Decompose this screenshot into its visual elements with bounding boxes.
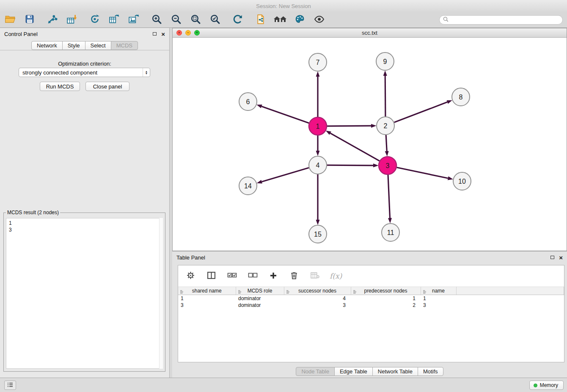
table-tab-motifs[interactable]: Motifs xyxy=(418,367,443,376)
close-panel-icon[interactable] xyxy=(161,31,165,37)
cell-filler xyxy=(456,295,564,302)
delete-column-button[interactable] xyxy=(288,270,300,282)
zoom-out-button[interactable] xyxy=(170,14,182,26)
open-session-button[interactable] xyxy=(4,14,16,26)
close-table-panel-icon[interactable] xyxy=(559,254,563,261)
edge-2-8[interactable] xyxy=(394,102,448,122)
column-type-icon xyxy=(423,289,427,295)
node-table: shared nameMCDS rolesuccessor nodesprede… xyxy=(178,287,564,309)
edge-4-3[interactable] xyxy=(327,165,373,166)
zoom-fit-button[interactable] xyxy=(190,14,201,26)
column-header-mcds-role[interactable]: MCDS role xyxy=(236,287,284,295)
node-label-11: 11 xyxy=(387,229,394,236)
houses-icon xyxy=(273,14,287,25)
tab-mcds[interactable]: MCDS xyxy=(111,41,138,50)
tab-select[interactable]: Select xyxy=(85,41,111,50)
control-panel-header: Control Panel xyxy=(0,28,169,40)
edge-2-9[interactable] xyxy=(385,76,385,116)
table-tabs: Node TableEdge TableNetwork TableMotifs xyxy=(172,367,567,376)
export-network-button[interactable] xyxy=(89,14,101,26)
export-table-button[interactable] xyxy=(108,14,120,26)
window-minimize-icon[interactable] xyxy=(185,30,191,36)
node-label-2: 2 xyxy=(384,122,388,130)
float-table-panel-icon[interactable] xyxy=(550,256,554,259)
mcds-result-title: MCDS result (2 nodes) xyxy=(6,210,60,215)
show-columns-button[interactable] xyxy=(205,270,217,282)
table-row[interactable]: 1dominator411 xyxy=(178,295,564,302)
cell[interactable]: dominator xyxy=(236,302,284,309)
refresh-view-button[interactable] xyxy=(232,14,244,26)
cell[interactable]: 4 xyxy=(284,295,351,302)
cell[interactable]: dominator xyxy=(236,295,284,302)
network-window-titlebar[interactable]: scc.txt xyxy=(173,28,567,38)
column-header-predecessor-nodes[interactable]: predecessor nodes xyxy=(351,287,421,295)
cell[interactable]: 3 xyxy=(178,302,236,309)
node-label-6: 6 xyxy=(246,98,250,105)
create-column-button[interactable] xyxy=(267,270,279,282)
table-tab-edge-table[interactable]: Edge Table xyxy=(334,367,373,376)
edge-3-11[interactable] xyxy=(388,175,390,218)
edge-3-1[interactable] xyxy=(330,133,380,161)
select-all-columns-button[interactable] xyxy=(226,270,238,282)
cell[interactable]: 1 xyxy=(421,295,456,302)
table-panel-header: Table Panel xyxy=(172,251,567,263)
column-header-name[interactable]: name xyxy=(421,287,456,295)
session-group xyxy=(4,14,36,26)
table-settings-button[interactable] xyxy=(184,270,196,282)
search-input[interactable] xyxy=(451,17,559,23)
edge-1-6[interactable] xyxy=(261,106,309,123)
cell[interactable]: 1 xyxy=(351,295,421,302)
export-image-button[interactable] xyxy=(128,14,140,26)
style-palette-button[interactable] xyxy=(294,14,306,26)
import-table-button[interactable] xyxy=(66,14,78,26)
show-graphics-details-button[interactable] xyxy=(313,14,325,26)
result-scrollbar[interactable] xyxy=(159,218,163,369)
column-header-shared-name[interactable]: shared name xyxy=(178,287,236,295)
run-mcds-button[interactable]: Run MCDS xyxy=(40,82,80,91)
panel-list-button[interactable] xyxy=(4,381,16,390)
status-bar: Memory xyxy=(0,378,567,392)
node-table-container: f(x) shared nameMCDS rolesuccessor nodes… xyxy=(178,265,564,362)
deselect-all-columns-button[interactable] xyxy=(247,270,259,282)
gear-icon xyxy=(187,271,195,281)
table-tab-network-table[interactable]: Network Table xyxy=(372,367,418,376)
zoom-selected-button[interactable] xyxy=(209,14,221,26)
tab-network[interactable]: Network xyxy=(31,41,63,50)
network-graph[interactable]: 7968124314101511 xyxy=(173,38,567,251)
folder-icon xyxy=(5,14,16,26)
node-label-15: 15 xyxy=(314,231,322,238)
cell[interactable]: 3 xyxy=(284,302,351,309)
edge-4-14[interactable] xyxy=(262,168,309,182)
edge-3-10[interactable] xyxy=(397,168,448,179)
palette-icon xyxy=(295,14,305,26)
cell[interactable]: 2 xyxy=(351,302,421,309)
control-panel-tabs: NetworkStyleSelectMCDS xyxy=(0,41,169,50)
float-panel-icon[interactable] xyxy=(153,32,157,36)
close-panel-button[interactable]: Close panel xyxy=(85,82,129,91)
search-box[interactable] xyxy=(439,15,563,25)
edge-2-3[interactable] xyxy=(386,135,387,151)
window-close-icon[interactable] xyxy=(176,30,182,36)
zoom-in-button[interactable] xyxy=(151,14,162,26)
import-public-database-button[interactable] xyxy=(255,14,267,26)
unchecked-boxes-icon xyxy=(248,273,258,279)
memory-button[interactable]: Memory xyxy=(529,381,564,390)
save-session-button[interactable] xyxy=(24,14,36,26)
cell[interactable]: 1 xyxy=(178,295,236,302)
node-label-3: 3 xyxy=(386,162,390,169)
cell[interactable]: 3 xyxy=(421,302,456,309)
checked-boxes-icon xyxy=(227,273,237,279)
import-network-button[interactable] xyxy=(47,14,58,26)
tab-style[interactable]: Style xyxy=(62,41,85,50)
optimization-dropdown[interactable]: strongly connected component xyxy=(19,68,150,77)
column-header-successor-nodes[interactable]: successor nodes xyxy=(284,287,351,295)
table-tab-node-table[interactable]: Node Table xyxy=(296,367,335,376)
home-views-button[interactable] xyxy=(274,14,286,26)
control-panel-title: Control Panel xyxy=(4,31,38,37)
window-zoom-icon[interactable] xyxy=(194,30,200,36)
export-table-icon xyxy=(109,14,120,26)
edge-1-2[interactable] xyxy=(327,126,371,126)
function-builder-icon: f(x) xyxy=(330,272,342,280)
table-row[interactable]: 3dominator323 xyxy=(178,302,564,309)
export-group xyxy=(89,14,140,26)
